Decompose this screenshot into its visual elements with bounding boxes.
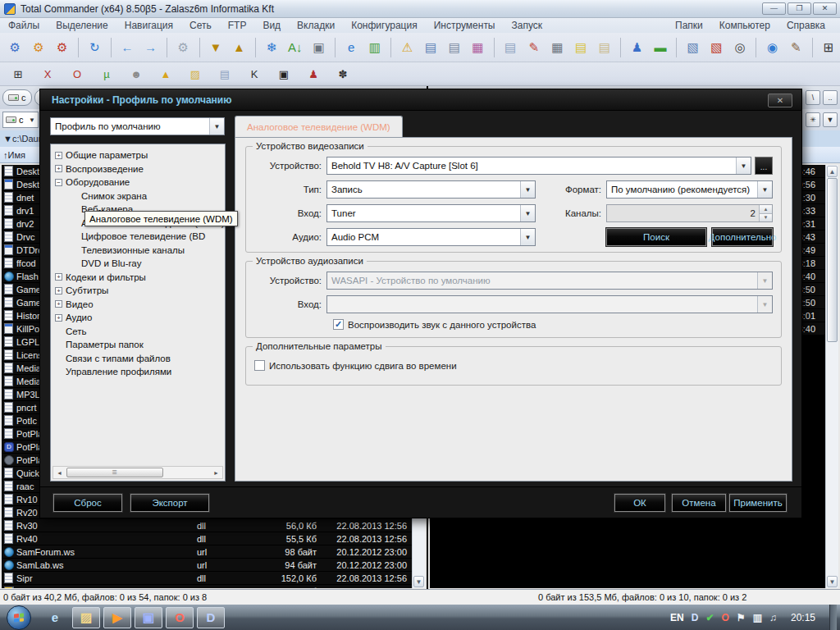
archive-add-icon[interactable]: ▲ — [229, 38, 249, 57]
sort-az-icon[interactable]: A↓ — [285, 38, 305, 57]
start-button[interactable] — [7, 605, 31, 630]
history-button[interactable]: ▼ — [823, 112, 838, 127]
usb-safely-remove-icon[interactable]: ✔ — [705, 613, 714, 623]
notepad-icon[interactable]: ▤ — [500, 38, 521, 57]
new-note-icon[interactable]: ▤ — [571, 38, 591, 57]
tree-item-Снимок экрана[interactable]: Снимок экрана — [51, 189, 225, 203]
tree-h-scrollbar[interactable]: ◄☰► — [52, 466, 223, 479]
menu-Вкладки[interactable]: Вкладки — [289, 19, 343, 32]
scroll-down-icon[interactable]: ▼ — [413, 576, 424, 587]
internet-explorer-taskbar-button[interactable]: e — [41, 607, 69, 628]
action-center-flag-icon[interactable]: ⚑ — [737, 613, 746, 623]
image-icon[interactable]: ▧ — [682, 38, 703, 57]
tree-item-Параметры папок[interactable]: Параметры папок — [51, 338, 225, 352]
apply-button[interactable]: Применить — [729, 494, 787, 512]
channels-spinner[interactable]: 2 ▲▼ — [606, 204, 773, 222]
menu-Сеть[interactable]: Сеть — [181, 19, 220, 32]
scroll-down-icon[interactable]: ▼ — [827, 576, 838, 587]
expand-icon[interactable]: + — [55, 300, 62, 308]
cancel-button[interactable]: Отмена — [672, 494, 726, 512]
avatar-red-icon[interactable]: ♟ — [304, 65, 323, 83]
dialog-close-button[interactable]: ✕ — [768, 94, 792, 107]
search-channels-button[interactable]: Поиск — [606, 228, 706, 246]
snowflake-icon[interactable]: ❄ — [262, 38, 282, 57]
doc-warning-icon[interactable]: ⚠ — [397, 38, 418, 57]
sign-pen-icon[interactable]: ✎ — [786, 38, 806, 57]
expand-icon[interactable]: + — [55, 152, 62, 159]
profile-select[interactable]: Профиль по умолчанию — [50, 117, 225, 135]
internet-explorer-icon[interactable]: e — [341, 38, 362, 57]
scroll-left-icon[interactable]: ◄ — [54, 468, 65, 477]
thumbnails-icon[interactable]: ▦ — [468, 38, 488, 57]
video-device-select[interactable]: Behold TV H8: A/V Capture [Slot 6] — [326, 157, 751, 175]
tree-item-Управление профилями[interactable]: Управление профилями — [51, 365, 225, 379]
scroll-right-icon[interactable]: ► — [211, 468, 221, 477]
video-input-select[interactable]: Tuner — [326, 204, 536, 222]
daemon-tools-icon[interactable]: ▲ — [156, 65, 176, 83]
audio-device-select[interactable]: WASAPI - Устройство по умолчанию — [326, 272, 773, 290]
options-gear-blue-icon[interactable]: ⚙ — [5, 38, 25, 57]
menu-Вид[interactable]: Вид — [254, 19, 289, 32]
archive-extract-icon[interactable]: ▼ — [206, 38, 226, 57]
scroll-icon[interactable]: ▤ — [594, 38, 614, 57]
hands-dark-icon[interactable]: ✽ — [333, 65, 353, 83]
export-button[interactable]: Экспорт — [130, 494, 209, 512]
right-scrollbar[interactable]: ▲ ▼ — [825, 165, 838, 588]
media-play-taskbar-button[interactable]: ▶ — [103, 607, 131, 628]
tree-item-Сеть[interactable]: Сеть — [51, 325, 225, 339]
back-icon[interactable]: ← — [117, 38, 138, 57]
ok-button[interactable]: ОК — [614, 494, 665, 512]
favorites-button[interactable]: ✳ — [806, 112, 820, 127]
user-blue-icon[interactable]: ♟ — [627, 38, 647, 57]
collapse-icon[interactable]: − — [55, 179, 62, 186]
advanced-button[interactable]: Дополнительно — [712, 228, 773, 246]
tree-item-Оборудование[interactable]: −Оборудование — [51, 176, 225, 189]
menu-Справка[interactable]: Справка — [778, 19, 833, 32]
options-gear-orange-icon[interactable]: ⚙ — [29, 38, 49, 57]
kmplayer-icon[interactable]: K — [244, 65, 264, 83]
tree-item-Кодеки и фильтры[interactable]: +Кодеки и фильтры — [51, 271, 225, 285]
volume-icon[interactable]: ♫ — [769, 613, 777, 623]
file-row[interactable]: Rv40dll55,5 Кб22.08.2013 12:56 — [2, 532, 412, 546]
spin-up-icon[interactable]: ▲ — [760, 205, 772, 214]
utorrent-icon[interactable]: µ — [97, 65, 116, 83]
tree-item-Цифровое телевидение (BD[interactable]: Цифровое телевидение (BD — [51, 230, 225, 244]
menu-Навигация[interactable]: Навигация — [116, 19, 181, 32]
expand-icon[interactable]: + — [55, 165, 62, 172]
plugin-gear2-icon[interactable]: ⊞ — [8, 65, 28, 83]
checkbox-unchecked-icon[interactable] — [254, 360, 265, 371]
root-dir-button[interactable]: \ — [806, 90, 820, 105]
options-gear-red-icon[interactable]: ⚙ — [52, 38, 72, 57]
doc-info-icon[interactable]: ▤ — [444, 38, 464, 57]
folder-utility-icon[interactable]: ▨ — [185, 65, 205, 83]
clock[interactable]: 20:15 — [791, 612, 815, 623]
expand-icon[interactable]: + — [55, 287, 62, 294]
show-desktop-button[interactable] — [829, 605, 837, 630]
scroll-up-icon[interactable]: ▲ — [827, 166, 838, 177]
play-sound-checkbox-row[interactable]: ✓ Воспроизводить звук с данного устройст… — [333, 319, 536, 330]
tree-selected-tooltip[interactable]: Аналоговое телевидение (WDM) — [84, 211, 238, 226]
calculator-icon[interactable]: ▦ — [547, 38, 568, 57]
close-button[interactable]: ✕ — [813, 2, 837, 15]
media-dark-icon[interactable]: ▣ — [274, 65, 294, 83]
opera-tray-icon[interactable]: O — [722, 613, 729, 623]
file-row[interactable]: Siprdll152,0 Кб22.08.2013 12:56 — [2, 572, 412, 585]
checkbox-checked-icon[interactable]: ✓ — [333, 319, 344, 330]
tree-item-Связи с типами файлов[interactable]: Связи с типами файлов — [51, 352, 225, 366]
drive-c-button[interactable]: c — [2, 89, 32, 106]
menu-Конфигурация[interactable]: Конфигурация — [343, 19, 426, 32]
tree-item-DVD и Blu-ray[interactable]: DVD и Blu-ray — [51, 257, 225, 271]
search-files-icon[interactable]: ◎ — [730, 38, 751, 57]
menu-Компьютер[interactable]: Компьютер — [711, 19, 778, 32]
plugin-gear-icon[interactable]: ⊞ — [819, 38, 839, 57]
reset-button[interactable]: Сброс — [53, 494, 122, 512]
minimize-button[interactable]: — — [762, 2, 786, 15]
total-commander-taskbar-button[interactable]: ▣ — [135, 607, 162, 628]
audio-select[interactable]: Audio PCM — [326, 228, 536, 246]
clipboard-icon[interactable]: ▣ — [308, 38, 329, 57]
tree-item-Общие параметры[interactable]: +Общие параметры — [51, 148, 225, 162]
restore-button[interactable]: ❐ — [788, 2, 811, 15]
file-row[interactable]: SamForum.wsurl98 байт20.12.2012 23:00 — [2, 546, 412, 559]
scroll-thumb[interactable] — [827, 178, 838, 342]
language-indicator[interactable]: EN — [670, 613, 684, 623]
